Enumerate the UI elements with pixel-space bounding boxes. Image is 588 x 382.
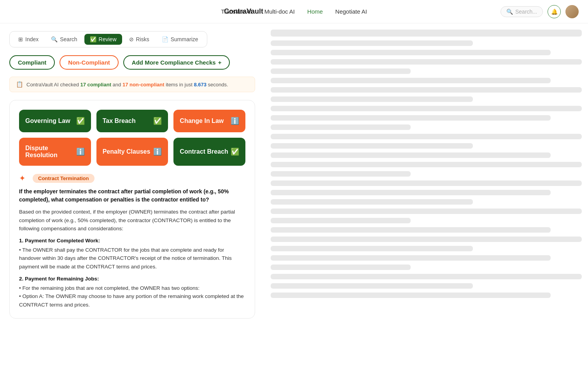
index-icon: ⊞ [18, 36, 23, 42]
chip-penalty-clauses[interactable]: Penalty Clauses ℹ️ [96, 138, 168, 166]
compliance-grid: Governing Law ✅ Tax Breach ✅ Change In L… [19, 110, 245, 166]
header: ContraVault Translate AI Multi-doc AI Ho… [0, 0, 588, 23]
section2-bullet-1: • Option A: The OWNER may choose to have… [19, 292, 245, 309]
nav-multidoc-ai[interactable]: Multi-doc AI [264, 8, 295, 15]
section2-title: 2. Payment for Remaining Jobs: [19, 276, 245, 282]
skeleton-27 [271, 274, 582, 279]
header-right: 🔍 Search... 🔔 [500, 5, 579, 18]
search-placeholder: Search... [515, 9, 537, 15]
nav-negotiate-ai[interactable]: Negotiate AI [335, 8, 367, 15]
skeleton-8 [271, 96, 473, 102]
plus-icon: + [218, 59, 222, 66]
section1-title: 1. Payment for Completed Work: [19, 238, 245, 244]
skeleton-18 [271, 190, 551, 195]
content-question: If the employer terminates the contract … [19, 187, 245, 204]
status-bar: 📋 ContraVault AI checked 17 compliant an… [9, 77, 255, 92]
skeleton-9 [271, 106, 582, 111]
noncompliant-button[interactable]: Non-Compliant [60, 55, 118, 70]
section1-bullet: • The OWNER shall pay the CONTRACTOR for… [19, 246, 245, 271]
compliance-row: Compliant Non-Compliant Add More Complia… [9, 55, 255, 70]
left-panel: ⊞ Index 🔍 Search ✅ Review ⊘ Risks 📄 Summ… [0, 23, 264, 382]
content-area: ✦ Contract Termination If the employer t… [19, 173, 245, 309]
status-text: ContraVault AI checked 17 compliant and … [26, 82, 228, 88]
search-box[interactable]: 🔍 Search... [500, 6, 543, 17]
skeleton-10 [271, 115, 551, 121]
skeleton-24 [271, 246, 473, 251]
summarize-icon: 📄 [162, 36, 168, 42]
info-icon-4: ℹ️ [153, 147, 162, 156]
main-layout: ⊞ Index 🔍 Search ✅ Review ⊘ Risks 📄 Summ… [0, 23, 588, 382]
risks-icon: ⊘ [129, 36, 134, 42]
check-icon-5: ✅ [231, 147, 239, 156]
skeleton-16 [271, 171, 411, 177]
skeleton-17 [271, 180, 582, 186]
skeleton-23 [271, 237, 582, 242]
status-icon: 📋 [16, 81, 23, 88]
tab-review[interactable]: ✅ Review [84, 34, 122, 45]
skeleton-21 [271, 218, 411, 223]
chip-governing-law[interactable]: Governing Law ✅ [19, 110, 91, 132]
skeleton-3 [271, 50, 551, 55]
chip-dispute-resolution[interactable]: Dispute Resolution ℹ️ [19, 138, 91, 166]
add-compliance-button[interactable]: Add More Compliance Checks + [123, 55, 230, 70]
skeleton-12 [271, 134, 582, 139]
chip-contract-breach[interactable]: Contract Breach ✅ [173, 138, 245, 166]
skeleton-4 [271, 59, 582, 65]
avatar[interactable] [565, 5, 579, 18]
contract-termination-badge: Contract Termination [33, 174, 94, 183]
skeleton-1 [271, 30, 582, 37]
skeleton-7 [271, 87, 582, 93]
avatar-image [565, 5, 579, 18]
tabs-bar: ⊞ Index 🔍 Search ✅ Review ⊘ Risks 📄 Summ… [9, 31, 207, 47]
right-panel [264, 23, 588, 382]
chip-tax-breach[interactable]: Tax Breach ✅ [96, 110, 168, 132]
chip-change-in-law[interactable]: Change In Law ℹ️ [173, 110, 245, 132]
review-icon: ✅ [90, 36, 96, 42]
skeleton-25 [271, 255, 551, 261]
skeleton-20 [271, 209, 582, 214]
skeleton-15 [271, 162, 582, 167]
skeleton-29 [271, 293, 551, 298]
skeleton-26 [271, 265, 411, 270]
check-icon-0: ✅ [76, 117, 85, 125]
skeleton-14 [271, 152, 551, 158]
badge-row: ✦ Contract Termination [19, 173, 245, 183]
tab-search[interactable]: 🔍 Search [46, 34, 82, 45]
info-icon-3: ℹ️ [76, 147, 85, 156]
tab-risks[interactable]: ⊘ Risks [124, 34, 155, 45]
info-icon-2: ℹ️ [231, 117, 239, 125]
compliant-button[interactable]: Compliant [9, 55, 55, 70]
compliance-grid-wrapper: Governing Law ✅ Tax Breach ✅ Change In L… [9, 100, 255, 319]
logo: ContraVault [224, 7, 263, 16]
skeleton-22 [271, 227, 551, 233]
skeleton-2 [271, 40, 473, 46]
search-tab-icon: 🔍 [51, 36, 58, 42]
skeleton-11 [271, 124, 411, 130]
search-icon: 🔍 [506, 9, 513, 15]
notification-button[interactable]: 🔔 [548, 5, 561, 18]
ai-sparkle-icon: ✦ [19, 173, 26, 183]
skeleton-28 [271, 283, 473, 289]
skeleton-13 [271, 143, 473, 149]
content-intro: Based on the provided context, if the em… [19, 208, 245, 233]
check-icon-1: ✅ [153, 117, 162, 125]
skeleton-6 [271, 78, 551, 83]
tab-index[interactable]: ⊞ Index [13, 34, 44, 45]
nav-home[interactable]: Home [307, 8, 323, 15]
skeleton-5 [271, 68, 411, 74]
skeleton-19 [271, 199, 473, 205]
section2-bullet-0: • For the remaining jobs that are not co… [19, 284, 245, 293]
bell-icon: 🔔 [551, 9, 558, 15]
tab-summarize[interactable]: 📄 Summarize [156, 34, 204, 45]
